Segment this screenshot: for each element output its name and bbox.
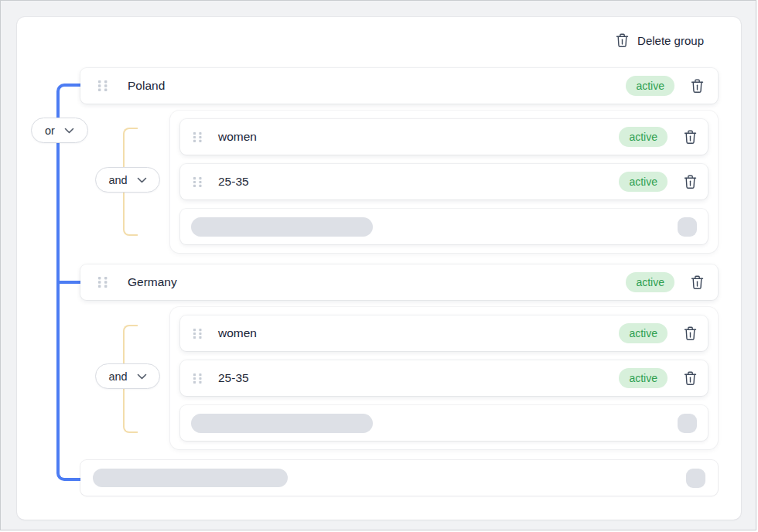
condition-row-loading (180, 209, 708, 244)
root-operator-value: or (45, 124, 55, 137)
status-badge: active (619, 172, 668, 192)
condition-label: 25-35 (218, 175, 249, 189)
condition-label: women (218, 130, 257, 144)
drag-handle-icon[interactable] (97, 276, 108, 288)
skeleton-bar (93, 469, 288, 487)
group-name-label: Poland (128, 79, 165, 93)
drag-handle-icon[interactable] (193, 328, 203, 339)
builder-canvas: or and and (17, 17, 741, 520)
app-viewport: Delete group or and and (0, 0, 756, 530)
skeleton-bar (191, 414, 373, 433)
drag-handle-icon[interactable] (97, 80, 108, 92)
delete-row-button[interactable] (689, 77, 705, 95)
conditions-panel-group-0: women active (170, 111, 718, 253)
delete-row-button[interactable] (682, 370, 698, 387)
status-badge: active (619, 127, 668, 147)
trash-icon (684, 326, 697, 341)
status-badge: active (626, 272, 674, 292)
condition-row-25-35: 25-35 active (180, 360, 708, 396)
chevron-down-icon (137, 373, 147, 380)
group-row-loading (80, 460, 718, 496)
delete-row-button[interactable] (689, 274, 705, 292)
chevron-down-icon (64, 128, 74, 134)
skeleton-bar (191, 217, 373, 237)
root-operator-select[interactable]: or (31, 118, 88, 143)
group-0-operator-select[interactable]: and (95, 167, 160, 193)
drag-handle-icon[interactable] (193, 176, 203, 188)
group-1-operator-value: and (108, 370, 127, 383)
condition-row-25-35: 25-35 active (180, 164, 708, 200)
condition-row-women: women active (180, 315, 708, 351)
condition-label: women (218, 326, 257, 340)
condition-row-women: women active (180, 119, 708, 155)
condition-label: 25-35 (218, 371, 249, 385)
group-1-operator-select[interactable]: and (95, 363, 160, 389)
group-row-germany: Germany active (80, 264, 718, 300)
trash-icon (691, 79, 704, 94)
trash-icon (684, 175, 697, 189)
drag-handle-icon[interactable] (193, 131, 203, 143)
condition-row-loading (180, 405, 708, 441)
trash-icon (691, 275, 704, 290)
group-0-operator-value: and (108, 174, 127, 186)
skeleton-dot (678, 217, 697, 237)
delete-row-button[interactable] (682, 325, 698, 343)
status-badge: active (626, 76, 674, 96)
or-group-connector-branch (60, 281, 80, 284)
group-name-label: Germany (128, 275, 177, 289)
status-badge: active (619, 323, 668, 343)
segment-builder-card: Delete group or and and (17, 17, 741, 520)
skeleton-dot (686, 469, 705, 488)
drag-handle-icon[interactable] (193, 373, 203, 384)
trash-icon (684, 130, 697, 145)
trash-icon (684, 371, 697, 386)
group-row-poland: Poland active (80, 68, 718, 104)
delete-row-button[interactable] (682, 128, 698, 146)
chevron-down-icon (137, 177, 147, 183)
delete-row-button[interactable] (682, 173, 698, 191)
skeleton-dot (678, 414, 697, 433)
conditions-panel-group-1: women active (170, 307, 718, 449)
status-badge: active (619, 368, 668, 388)
